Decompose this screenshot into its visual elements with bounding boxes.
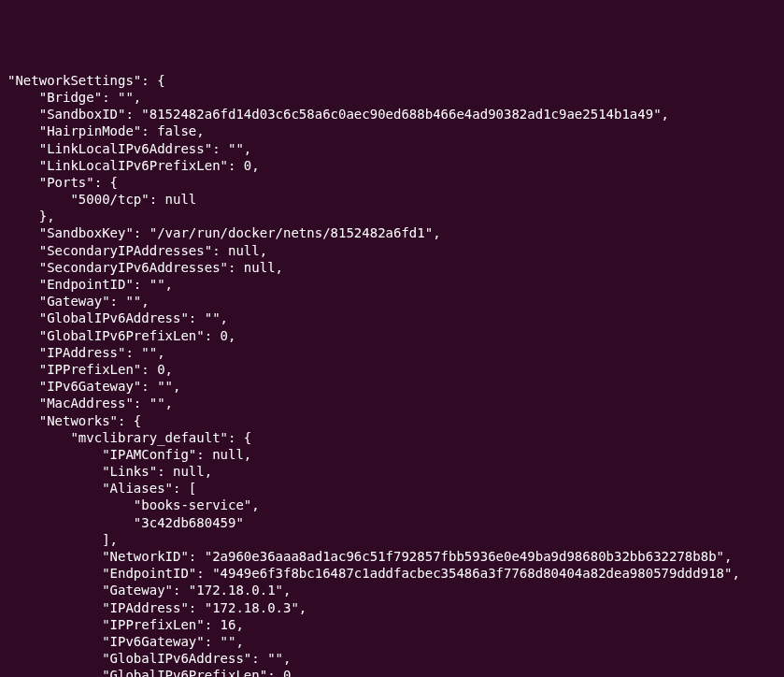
- terminal-line: "MacAddress": "",: [7, 396, 173, 411]
- terminal-line: "SandboxKey": "/var/run/docker/netns/815…: [7, 225, 441, 240]
- terminal-line: "mvclibrary_default": {: [7, 430, 251, 445]
- terminal-line: "EndpointID": "4949e6f3f8bc16487c1addfac…: [7, 566, 740, 581]
- terminal-line: "IPAddress": "172.18.0.3",: [7, 600, 306, 615]
- terminal-line: "IPv6Gateway": "",: [7, 634, 244, 649]
- terminal-line: "3c42db680459": [7, 515, 244, 530]
- terminal-line: "books-service",: [7, 497, 260, 512]
- terminal-line: ],: [7, 532, 118, 547]
- terminal-line: "HairpinMode": false,: [7, 123, 205, 138]
- terminal-line: "IPv6Gateway": "",: [7, 379, 180, 394]
- terminal-line: "NetworkID": "2a960e36aaa8ad1ac96c51f792…: [7, 549, 732, 564]
- terminal-line: "5000/tcp": null: [7, 192, 196, 207]
- terminal-line: },: [7, 209, 55, 223]
- terminal-line: "SecondaryIPAddresses": null,: [7, 243, 267, 258]
- terminal-line: "LinkLocalIPv6PrefixLen": 0,: [7, 158, 260, 173]
- terminal-line: "IPAMConfig": null,: [7, 447, 251, 462]
- terminal-line: "GlobalIPv6PrefixLen": 0,: [7, 668, 299, 677]
- terminal-line: "EndpointID": "",: [7, 277, 173, 292]
- terminal-line: "Ports": {: [7, 175, 118, 190]
- terminal-line: "IPPrefixLen": 16,: [7, 617, 244, 632]
- terminal-line: "Aliases": [: [7, 481, 196, 496]
- terminal-line: "IPAddress": "",: [7, 345, 165, 360]
- terminal-line: "SandboxID": "8152482a6fd14d03c6c58a6c0a…: [7, 107, 669, 122]
- terminal-line: "Links": null,: [7, 464, 212, 479]
- terminal-line: "SecondaryIPv6Addresses": null,: [7, 260, 283, 275]
- terminal-line: "NetworkSettings": {: [7, 73, 165, 88]
- terminal-line: "IPPrefixLen": 0,: [7, 362, 173, 377]
- terminal-line: "LinkLocalIPv6Address": "",: [7, 141, 251, 156]
- terminal-line: "GlobalIPv6PrefixLen": 0,: [7, 328, 235, 343]
- terminal-line: "GlobalIPv6Address": "",: [7, 651, 291, 666]
- terminal-line: "Bridge": "",: [7, 90, 141, 105]
- terminal-output[interactable]: "NetworkSettings": { "Bridge": "", "Sand…: [7, 72, 777, 677]
- terminal-line: "GlobalIPv6Address": "",: [7, 310, 228, 325]
- terminal-line: "Gateway": "",: [7, 294, 150, 309]
- terminal-line: "Networks": {: [7, 413, 141, 428]
- terminal-line: "Gateway": "172.18.0.1",: [7, 583, 291, 598]
